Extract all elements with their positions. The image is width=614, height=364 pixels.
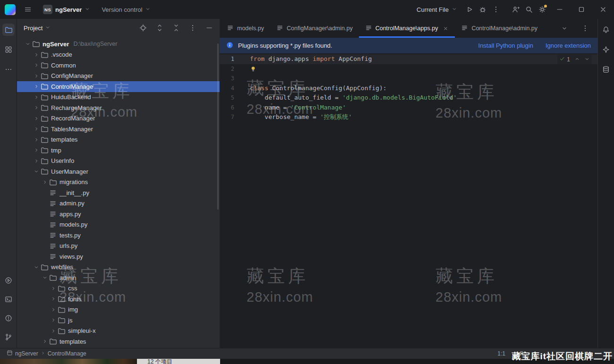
tree-item-init-py[interactable]: __init__.py — [17, 187, 220, 198]
database-icon[interactable] — [600, 63, 612, 76]
chevron-right-icon[interactable] — [32, 126, 41, 132]
chevron-right-icon[interactable] — [32, 52, 41, 58]
main-menu-icon[interactable] — [21, 3, 34, 16]
more-actions-icon[interactable] — [489, 3, 503, 16]
locate-file-icon[interactable] — [138, 23, 148, 33]
chevron-down-icon[interactable] — [41, 275, 49, 280]
hidden-tabs-icon[interactable] — [558, 22, 571, 35]
tree-item-controlmanage[interactable]: ControlManage — [17, 81, 220, 92]
tree-item-tests-py[interactable]: tests.py — [17, 230, 220, 241]
maximize-button[interactable] — [571, 0, 592, 19]
tree-item-usermanager[interactable]: UserManager — [17, 166, 220, 177]
tree-item-recordmanager[interactable]: RecordManager — [17, 113, 220, 124]
chevron-right-icon[interactable] — [49, 286, 58, 291]
close-tab-icon[interactable] — [443, 25, 449, 32]
intention-bulb-icon[interactable] — [250, 66, 256, 72]
code-line-7[interactable]: 7 verbose_name = '控制系统' — [220, 112, 597, 122]
code-line-3[interactable]: 3 — [220, 74, 597, 84]
breadcrumb-current[interactable]: ControlManage — [48, 350, 86, 357]
project-tool-icon[interactable] — [2, 24, 15, 36]
structure-icon[interactable] — [2, 43, 15, 56]
tab-models-py[interactable]: models.py — [221, 19, 270, 38]
code-with-me-icon[interactable] — [509, 3, 522, 16]
caret-position[interactable]: 1:1 — [497, 350, 505, 357]
chevron-right-icon[interactable] — [32, 116, 41, 121]
chevron-right-icon[interactable] — [32, 84, 41, 89]
tree-item-userinfo[interactable]: UserInfo — [17, 156, 220, 167]
tree-item-css[interactable]: css — [17, 283, 220, 294]
tab-controlmanage-admin-py[interactable]: ControlManage\admin.py — [455, 19, 544, 38]
tree-item-rechargemanager[interactable]: RechargeManager — [17, 102, 220, 113]
chevron-right-icon[interactable] — [41, 339, 49, 344]
tab-controlmanage-apps-py[interactable]: ControlManage\apps.py — [359, 19, 455, 38]
tree-item-models-py[interactable]: models.py — [17, 220, 220, 230]
git-branch-icon[interactable] — [2, 331, 15, 343]
code-line-1[interactable]: 1from django.apps import AppConfig — [220, 54, 597, 64]
chevron-right-icon[interactable] — [32, 73, 41, 79]
services-icon[interactable] — [2, 274, 15, 287]
project-selector[interactable]: NS ngServer — [40, 3, 93, 16]
tree-item-configmanager[interactable]: ConfigManager — [17, 71, 220, 82]
tree-item-ngserver[interactable]: ngServerD:\baxi\ngServer — [17, 39, 220, 50]
tree-item-js[interactable]: js — [17, 315, 220, 326]
hide-panel-icon[interactable] — [205, 23, 214, 33]
chevron-right-icon[interactable] — [32, 94, 41, 100]
close-button[interactable] — [592, 0, 614, 19]
chevron-right-icon[interactable] — [41, 179, 49, 185]
project-tree-scrollbar[interactable] — [217, 43, 219, 210]
tree-item-tablesmanager[interactable]: TablesManager — [17, 124, 220, 135]
tree-item-urls-py[interactable]: urls.py — [17, 241, 220, 252]
expand-all-icon[interactable] — [155, 23, 164, 33]
chevron-right-icon[interactable] — [49, 328, 58, 334]
minimize-button[interactable] — [549, 0, 571, 19]
debug-button[interactable] — [476, 3, 489, 16]
tree-item-fonts[interactable]: fonts — [17, 294, 220, 305]
tree-item-apps-py[interactable]: apps.py — [17, 209, 220, 220]
tree-item-templates[interactable]: templates — [17, 135, 220, 145]
project-panel-title[interactable]: Project — [24, 25, 51, 32]
collapse-all-icon[interactable] — [171, 23, 181, 33]
notifications-bell-icon[interactable] — [600, 24, 612, 36]
tree-item-views-py[interactable]: views.py — [17, 251, 220, 262]
more-tool-windows-icon[interactable] — [2, 63, 15, 76]
line-separator[interactable]: LF — [517, 350, 523, 357]
tab-options-icon[interactable] — [579, 22, 592, 35]
panel-options-icon[interactable] — [188, 23, 197, 33]
code-line-6[interactable]: 6 name = 'ControlManage' — [220, 103, 597, 113]
vcs-widget[interactable]: Version control — [99, 5, 154, 15]
code-line-2[interactable]: 2 — [220, 64, 597, 74]
chevron-right-icon[interactable] — [32, 105, 41, 110]
install-python-plugin-link[interactable]: Install Python plugin — [478, 42, 533, 49]
chevron-right-icon[interactable] — [49, 317, 58, 323]
next-problem-icon[interactable] — [584, 56, 590, 63]
chevron-right-icon[interactable] — [32, 62, 41, 68]
settings-gear-icon[interactable] — [536, 3, 549, 16]
tree-item-vscode[interactable]: .vscode — [17, 50, 220, 60]
tree-item-simpleui-x[interactable]: simpleui-x — [17, 326, 220, 337]
tab-configmanager-admin-py[interactable]: ConfigManager\admin.py — [270, 19, 359, 38]
run-config-selector[interactable]: Current File — [413, 4, 461, 15]
chevron-right-icon[interactable] — [32, 158, 41, 164]
chevron-right-icon[interactable] — [32, 147, 41, 153]
prev-problem-icon[interactable] — [574, 56, 580, 63]
ai-assistant-icon[interactable] — [600, 43, 612, 56]
chevron-right-icon[interactable] — [32, 137, 41, 143]
chevron-down-icon[interactable] — [32, 264, 41, 270]
search-everywhere-icon[interactable] — [522, 3, 536, 16]
code-line-4[interactable]: 4class ControlmanageConfig(AppConfig): — [220, 84, 597, 93]
tree-item-webfiles[interactable]: webfiles — [17, 262, 220, 273]
tree-item-templates[interactable]: templates — [17, 336, 220, 347]
tree-item-admin-py[interactable]: admin.py — [17, 198, 220, 209]
inspection-widget[interactable]: 1 — [557, 55, 592, 64]
code-line-5[interactable]: 5 default_auto_field = 'django.db.models… — [220, 93, 597, 103]
chevron-down-icon[interactable] — [24, 41, 32, 47]
chevron-down-icon[interactable] — [32, 169, 41, 174]
chevron-right-icon[interactable] — [49, 296, 58, 302]
tree-item-tmp[interactable]: tmp — [17, 145, 220, 156]
code-editor[interactable]: 1from django.apps import AppConfig234cla… — [220, 53, 597, 122]
problems-icon[interactable] — [2, 312, 15, 324]
tree-item-migrations[interactable]: migrations — [17, 177, 220, 188]
tree-item-img[interactable]: img — [17, 305, 220, 315]
terminal-icon[interactable] — [2, 293, 15, 305]
tree-item-huidubackend[interactable]: HuiduBackend — [17, 92, 220, 103]
